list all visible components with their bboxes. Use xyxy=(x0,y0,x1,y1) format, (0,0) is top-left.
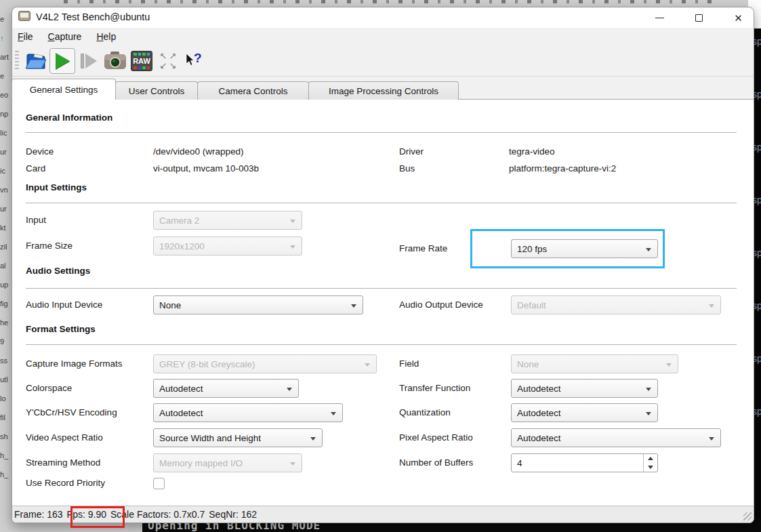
divider xyxy=(26,203,737,203)
pixel-aspect-ratio-select[interactable]: Autodetect xyxy=(511,428,721,447)
close-button[interactable]: ✕ xyxy=(733,12,744,24)
v4l2-test-bench-window: V4L2 Test Bench@ubuntu ✕ File Capture He… xyxy=(12,7,754,523)
divider xyxy=(26,132,737,133)
raw-icon: RAW xyxy=(131,51,152,71)
tab-general-settings[interactable]: General Settings xyxy=(12,79,116,100)
section-heading-audio-settings: Audio Settings xyxy=(26,266,90,276)
quantization-label: Quantization xyxy=(399,403,451,422)
background-text-fragment: up xyxy=(0,275,12,294)
toolbar: RAW ↖↗ ↙↘ ? xyxy=(12,45,754,77)
divider xyxy=(26,288,737,289)
colorspace-label: Colorspace xyxy=(26,379,72,398)
ycbcr-hsv-encoding-select[interactable]: Autodetect xyxy=(153,403,343,422)
section-heading-format-settings: Format Settings xyxy=(26,324,96,334)
chevron-down-icon xyxy=(646,388,651,391)
save-raw-button[interactable]: RAW xyxy=(129,48,155,74)
toolbar-drag-handle[interactable] xyxy=(15,51,19,71)
play-icon xyxy=(56,53,70,69)
open-folder-icon xyxy=(25,52,47,70)
background-text-fragment: np xyxy=(0,104,12,123)
use-record-priority-label: Use Record Priority xyxy=(26,475,105,491)
chevron-down-icon xyxy=(709,304,714,308)
background-window-fragment xyxy=(54,0,718,3)
chevron-down-icon xyxy=(666,363,672,367)
card-value: vi-output, mvcam 10-003b xyxy=(153,163,259,175)
chevron-down-icon xyxy=(646,412,651,415)
tab-user-controls[interactable]: User Controls xyxy=(115,81,198,100)
background-text-fragment: h_ xyxy=(0,465,12,484)
open-device-button[interactable] xyxy=(23,48,49,74)
titlebar[interactable]: V4L2 Test Bench@ubuntu ✕ xyxy=(12,7,754,28)
background-text-fragment: ur xyxy=(0,142,12,161)
audio-input-device-select[interactable]: None xyxy=(153,295,363,314)
resize-grip[interactable] xyxy=(743,512,752,520)
chevron-down-icon xyxy=(310,437,316,441)
status-frame: Frame: 163 xyxy=(14,509,63,520)
number-of-buffers-spinbox[interactable]: 4 xyxy=(511,453,658,472)
colorspace-select[interactable]: Autodetect xyxy=(153,379,299,398)
background-text-fragment: ↑ xyxy=(0,28,12,47)
card-label: Card xyxy=(26,163,45,175)
chevron-down-icon xyxy=(365,363,370,367)
minimize-button[interactable] xyxy=(654,12,665,24)
background-text-fragment: eo xyxy=(0,85,12,104)
audio-input-device-label: Audio Input Device xyxy=(26,295,102,314)
background-text-fragment: lo xyxy=(0,389,12,408)
frame-rate-label: Frame Rate xyxy=(399,239,447,258)
background-window-fragment: e↑arteeonplicuricvnurktzilalupfighe9ssut… xyxy=(0,9,12,532)
spin-up-button[interactable] xyxy=(644,454,657,463)
background-text-fragment: sh xyxy=(0,427,12,446)
ycbcr-hsv-encoding-label: Y'CbCr/HSV Encoding xyxy=(26,403,117,422)
use-record-priority-checkbox[interactable] xyxy=(153,478,165,489)
background-text-fragment: lic xyxy=(0,123,12,142)
app-icon xyxy=(18,11,30,21)
resize-frame-button[interactable]: ↖↗ ↙↘ xyxy=(155,48,181,74)
window-title: V4L2 Test Bench@ubuntu xyxy=(36,12,150,22)
transfer-function-select[interactable]: Autodetect xyxy=(511,379,658,398)
background-text-fragment: fig xyxy=(0,294,12,313)
capture-image-formats-select: GREY (8-bit Greyscale) xyxy=(153,354,377,373)
whats-this-help-button[interactable]: ? xyxy=(182,48,207,74)
chevron-down-icon xyxy=(290,245,295,249)
spin-down-button[interactable] xyxy=(644,463,657,472)
chevron-down-icon xyxy=(290,462,295,466)
snapshot-button[interactable] xyxy=(102,48,128,74)
quantization-select[interactable]: Autodetect xyxy=(511,403,658,422)
maximize-button[interactable] xyxy=(693,12,705,24)
audio-output-device-label: Audio Output Device xyxy=(399,295,483,314)
video-aspect-ratio-select[interactable]: Source Width and Height xyxy=(153,428,323,447)
streaming-method-select: Memory mapped I/O xyxy=(153,453,302,472)
background-text-fragment: ss xyxy=(0,351,12,370)
camera-icon xyxy=(104,51,127,71)
help-cursor-icon: ? xyxy=(186,52,203,70)
video-aspect-ratio-label: Video Aspect Ratio xyxy=(26,428,103,447)
menu-capture[interactable]: Capture xyxy=(48,31,82,42)
tab-image-processing-controls[interactable]: Image Processing Controls xyxy=(308,81,459,100)
background-text-fragment: h_ xyxy=(0,446,12,465)
menu-help[interactable]: Help xyxy=(96,31,116,42)
background-text-fragment: e xyxy=(0,66,12,85)
chevron-down-icon xyxy=(709,437,714,441)
bus-label: Bus xyxy=(399,163,415,175)
audio-output-device-select: Default xyxy=(511,295,721,314)
driver-value: tegra-video xyxy=(509,146,555,158)
background-text-fragment: utl xyxy=(0,370,12,389)
frame-size-select: 1920x1200 xyxy=(153,237,302,255)
pixel-aspect-ratio-label: Pixel Aspect Ratio xyxy=(399,428,473,447)
step-icon xyxy=(81,54,97,68)
status-seqnr: SeqNr: 162 xyxy=(209,509,257,520)
tab-camera-controls[interactable]: Camera Controls xyxy=(197,81,309,100)
background-text-fragment: art xyxy=(0,47,12,66)
frame-size-label: Frame Size xyxy=(26,237,73,255)
streaming-method-label: Streaming Method xyxy=(26,453,100,472)
input-select: Camera 2 xyxy=(153,211,302,230)
background-text-fragment: fil xyxy=(0,408,12,427)
chevron-down-icon xyxy=(331,412,336,415)
start-capture-button[interactable] xyxy=(49,48,75,74)
menu-file[interactable]: File xyxy=(18,31,33,42)
chevron-down-icon xyxy=(290,220,295,223)
background-text-fragment: e xyxy=(0,9,12,28)
background-text-fragment: vn xyxy=(0,180,12,199)
step-frame-button[interactable] xyxy=(76,48,102,74)
number-of-buffers-label: Number of Buffers xyxy=(399,453,473,472)
